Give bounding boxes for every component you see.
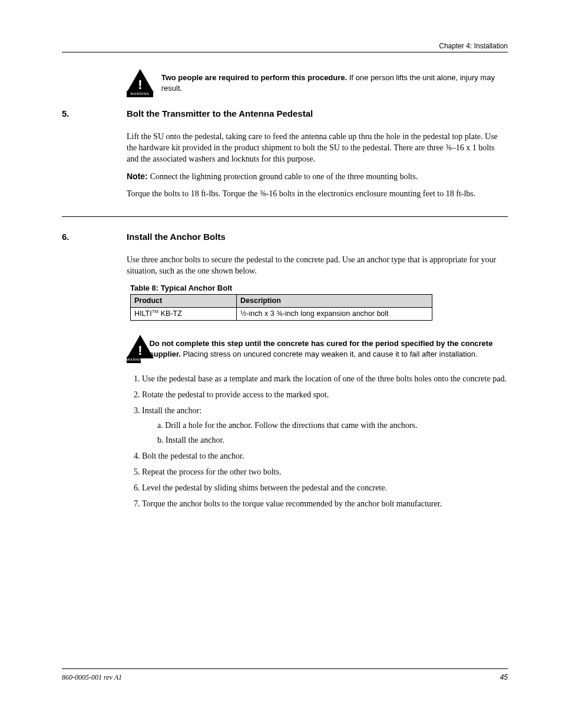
list-item: Rotate the pedestal to provide access to… [142, 390, 508, 401]
header-rule [62, 52, 508, 52]
table-header: Product [131, 295, 237, 308]
warning-icon: ! WARNING [127, 69, 153, 97]
step-number: 6. [62, 231, 70, 243]
list-item: Level the pedestal by sliding shims betw… [142, 483, 508, 494]
list-item: Bolt the pedestal to the anchor. [142, 451, 508, 462]
table-row: HILTITM KB-TZ ½-inch x 3 ¾-inch long exp… [131, 308, 432, 321]
list-item: Torque the anchor bolts to the torque va… [142, 499, 508, 510]
warning-text: Do not complete this step until the conc… [149, 335, 508, 359]
list-item: Use the pedestal base as a template and … [142, 374, 508, 385]
footer-page-number: 45 [500, 673, 508, 682]
running-header: Chapter 4: Installation [62, 41, 508, 51]
step-body: Lift the SU onto the pedestal, taking ca… [127, 131, 508, 205]
list-item: Drill a hole for the anchor. Follow the … [157, 420, 508, 431]
anchor-bolt-table: Product Description HILTITM KB-TZ ½-inch… [130, 294, 432, 321]
list-item: Install the anchor: Drill a hole for the… [142, 406, 508, 446]
warning-block: ! WARNING Do not complete this step unti… [127, 335, 508, 363]
table-caption: Table 8: Typical Anchor Bolt [130, 283, 508, 294]
warning-block: ! WARNING Two people are required to per… [127, 69, 508, 97]
list-item: Repeat the process for the other two bol… [142, 467, 508, 478]
substeps-list: Use the pedestal base as a template and … [127, 374, 508, 509]
warning-text: Two people are required to perform this … [161, 69, 508, 93]
step-title: Install the Anchor Bolts [127, 231, 508, 243]
table-header: Description [237, 295, 432, 308]
step-intro: Use three anchor bolts to secure the ped… [127, 255, 508, 277]
page-footer: 860-0005-001 rev A1 45 [62, 668, 508, 682]
warning-icon: ! WARNING [127, 335, 141, 363]
section-rule [62, 216, 508, 217]
step-number: 5. [62, 108, 70, 120]
list-item: Install the anchor. [157, 435, 508, 446]
step-title: Bolt the Transmitter to the Antenna Pede… [127, 108, 508, 120]
footer-docid: 860-0005-001 rev A1 [62, 673, 122, 682]
